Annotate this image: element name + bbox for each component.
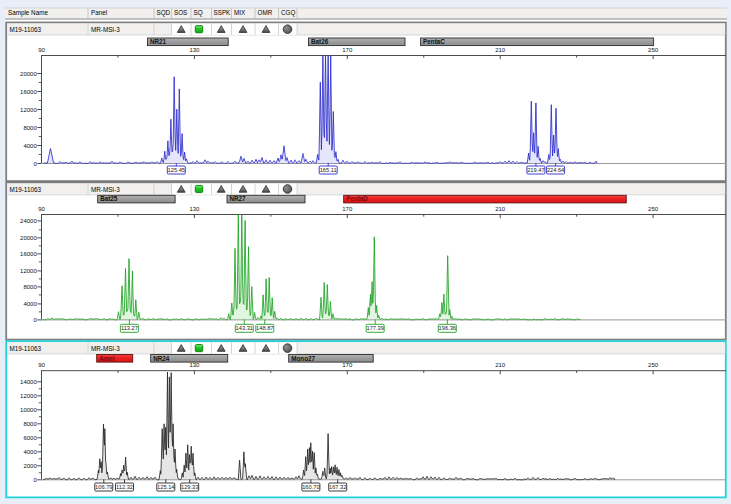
- svg-text:6000: 6000: [23, 435, 37, 441]
- svg-text:125.45: 125.45: [168, 167, 185, 173]
- svg-text:Sample Name: Sample Name: [8, 9, 48, 17]
- svg-text:210: 210: [495, 206, 506, 212]
- svg-text:170: 170: [342, 47, 353, 53]
- svg-text:12000: 12000: [20, 268, 37, 274]
- svg-text:MR-MSI-3: MR-MSI-3: [91, 345, 120, 352]
- svg-text:8000: 8000: [23, 125, 37, 131]
- svg-text:10000: 10000: [20, 407, 37, 413]
- svg-text:8000: 8000: [23, 421, 37, 427]
- svg-text:112.32: 112.32: [116, 484, 133, 490]
- svg-text:PentaC: PentaC: [423, 38, 445, 45]
- svg-text:12000: 12000: [20, 107, 37, 113]
- svg-text:113.27: 113.27: [121, 325, 138, 331]
- svg-text:167.32: 167.32: [329, 484, 346, 490]
- svg-text:MR-MSI-3: MR-MSI-3: [91, 26, 120, 33]
- svg-text:Panel: Panel: [91, 9, 107, 16]
- svg-text:12000: 12000: [20, 393, 37, 399]
- svg-text:125.14: 125.14: [157, 484, 174, 490]
- svg-text:224.64: 224.64: [547, 167, 564, 173]
- svg-text:90: 90: [38, 47, 45, 53]
- svg-text:SQ: SQ: [194, 9, 203, 17]
- svg-text:MR-MSI-3: MR-MSI-3: [91, 186, 120, 193]
- svg-text:210: 210: [495, 47, 506, 53]
- svg-text:M19-11063: M19-11063: [10, 345, 42, 352]
- svg-text:20000: 20000: [20, 71, 37, 77]
- svg-text:130: 130: [189, 362, 200, 368]
- svg-text:130: 130: [189, 206, 200, 212]
- svg-text:16000: 16000: [20, 89, 37, 95]
- svg-text:160.70: 160.70: [302, 484, 319, 490]
- svg-text:24000: 24000: [20, 218, 37, 224]
- svg-text:4000: 4000: [23, 143, 37, 149]
- svg-text:148.87: 148.87: [256, 325, 273, 331]
- svg-text:129.33: 129.33: [181, 484, 198, 490]
- svg-text:16000: 16000: [20, 251, 37, 257]
- svg-text:177.39: 177.39: [366, 325, 383, 331]
- svg-text:130: 130: [189, 47, 200, 53]
- svg-text:2000: 2000: [23, 463, 37, 469]
- svg-text:196.36: 196.36: [439, 325, 456, 331]
- svg-text:SSPK: SSPK: [214, 9, 232, 16]
- svg-text:219.47: 219.47: [527, 167, 544, 173]
- svg-text:250: 250: [648, 47, 659, 53]
- svg-text:Bat25: Bat25: [100, 195, 118, 202]
- svg-text:4000: 4000: [23, 449, 37, 455]
- svg-text:NR21: NR21: [150, 38, 167, 45]
- svg-text:PentaD: PentaD: [346, 195, 368, 202]
- svg-text:M19-11063: M19-11063: [10, 186, 42, 193]
- svg-text:250: 250: [648, 206, 659, 212]
- svg-text:170: 170: [342, 206, 353, 212]
- svg-text:90: 90: [38, 362, 45, 368]
- svg-text:CGQ: CGQ: [281, 9, 295, 17]
- svg-text:8000: 8000: [23, 284, 37, 290]
- svg-text:OMR: OMR: [258, 9, 273, 16]
- svg-text:106.79: 106.79: [95, 484, 112, 490]
- svg-text:210: 210: [495, 362, 506, 368]
- svg-text:4000: 4000: [23, 301, 37, 307]
- svg-text:250: 250: [648, 362, 659, 368]
- svg-text:170: 170: [342, 362, 353, 368]
- svg-text:SQD: SQD: [157, 9, 171, 17]
- svg-text:165.11: 165.11: [320, 167, 337, 173]
- svg-text:MIX: MIX: [234, 9, 246, 16]
- svg-text:SOS: SOS: [174, 9, 187, 16]
- svg-text:NR27: NR27: [230, 195, 247, 202]
- svg-text:20000: 20000: [20, 235, 37, 241]
- svg-text:143.31: 143.31: [236, 325, 253, 331]
- svg-text:M19-11063: M19-11063: [10, 26, 42, 33]
- svg-text:Bat26: Bat26: [311, 38, 329, 45]
- svg-text:NR24: NR24: [153, 355, 170, 362]
- svg-text:Mono27: Mono27: [291, 355, 315, 362]
- svg-text:14000: 14000: [20, 379, 37, 385]
- svg-text:90: 90: [38, 206, 45, 212]
- svg-text:Amel: Amel: [99, 355, 115, 362]
